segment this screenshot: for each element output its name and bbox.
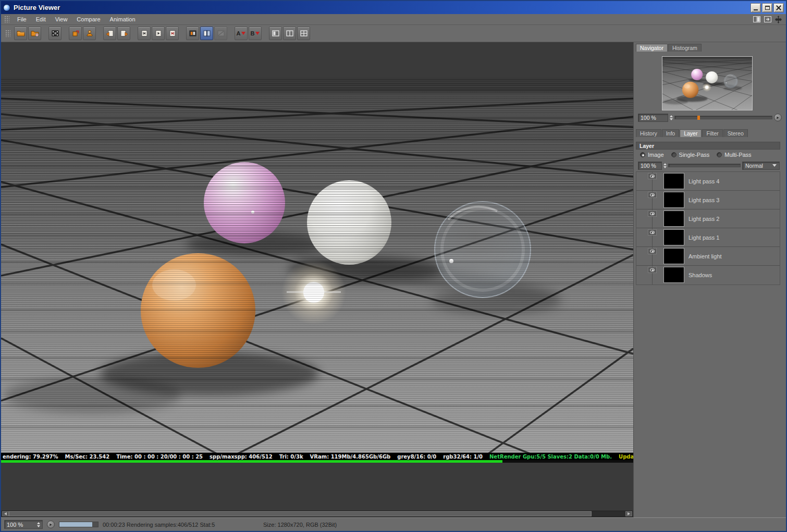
- toolbar-grip[interactable]: [5, 30, 10, 37]
- set-image-b-button[interactable]: B: [249, 27, 262, 40]
- title-bar[interactable]: Picture Viewer: [1, 1, 786, 14]
- radio-image[interactable]: [640, 152, 645, 157]
- zoom-select[interactable]: 100 %: [4, 520, 43, 529]
- layer-opacity-slider[interactable]: [668, 164, 741, 167]
- move-panel-button[interactable]: [774, 16, 783, 23]
- layout-split-button[interactable]: [283, 27, 296, 40]
- status-tri: Tri: 0/3k: [279, 454, 303, 460]
- save-button[interactable]: [28, 27, 41, 40]
- render-canvas[interactable]: [1, 78, 633, 453]
- previous-image-button[interactable]: [103, 27, 116, 40]
- right-panel: Navigator Histogram 100 % History Info L…: [633, 42, 786, 517]
- compare-off-button[interactable]: [214, 27, 227, 40]
- split-panes-button[interactable]: [752, 16, 761, 23]
- menu-edit[interactable]: Edit: [31, 15, 51, 23]
- navigator-zoom-field[interactable]: 100 %: [638, 114, 668, 122]
- eye-icon: [650, 193, 655, 196]
- visibility-toggle[interactable]: [648, 267, 657, 273]
- layer-row[interactable]: Shadows: [636, 266, 780, 284]
- eye-icon: [650, 212, 655, 215]
- menu-animation[interactable]: Animation: [105, 15, 140, 23]
- main-area: endering: 79.297% Ms/Sec: 23.542 Time: 0…: [1, 42, 786, 517]
- navigator-zoom-slider[interactable]: [674, 116, 772, 119]
- maximize-icon: [765, 6, 770, 10]
- arrow-left-icon: [4, 512, 7, 515]
- layout-single-button[interactable]: [269, 27, 282, 40]
- radio-single-pass[interactable]: [671, 152, 677, 157]
- blend-mode-dropdown[interactable]: Normal: [742, 162, 780, 170]
- layer-label: Light pass 2: [688, 216, 719, 222]
- mode-multi-pass-label: Multi-Pass: [724, 152, 751, 158]
- layer-label: Light pass 4: [688, 178, 719, 184]
- maximize-button[interactable]: [762, 3, 772, 13]
- layer-opacity-stepper[interactable]: [663, 163, 667, 168]
- tab-histogram[interactable]: Histogram: [668, 44, 702, 52]
- zoom-stepper[interactable]: [37, 522, 40, 527]
- visibility-toggle[interactable]: [648, 229, 657, 236]
- layer-opacity-field[interactable]: 100 %: [638, 162, 662, 170]
- layer-row[interactable]: Light pass 1: [636, 228, 780, 247]
- layer-label: Ambient light: [688, 253, 722, 259]
- menu-grip[interactable]: [4, 16, 9, 23]
- mode-image[interactable]: Image: [640, 152, 664, 158]
- menu-file[interactable]: File: [13, 15, 31, 23]
- status-rgb: rgb32/64: 1/0: [443, 454, 483, 460]
- scroll-left-button[interactable]: [2, 511, 9, 516]
- status-vram: VRam: 119Mb/4.865Gb/6Gb: [310, 454, 391, 460]
- scroll-right-button[interactable]: [625, 511, 632, 516]
- navigator-zoom-stepper[interactable]: [670, 115, 673, 120]
- horizontal-scrollbar[interactable]: [2, 511, 633, 517]
- ram-player-button[interactable]: [48, 27, 62, 40]
- fullscreen-button[interactable]: [83, 27, 96, 40]
- layer-row[interactable]: Light pass 2: [636, 209, 780, 228]
- mode-multi-pass[interactable]: Multi-Pass: [717, 152, 751, 158]
- play-icon: [50, 523, 52, 526]
- scrollbar-thumb[interactable]: [9, 511, 592, 516]
- minimize-button[interactable]: [751, 3, 761, 13]
- render-time-text: 00:00:23 Rendering samples:406/512 Stat:…: [103, 522, 215, 528]
- compare-split-button[interactable]: [200, 27, 213, 40]
- playback-button[interactable]: [47, 521, 55, 528]
- visibility-toggle[interactable]: [648, 192, 657, 198]
- page-first-icon: [140, 29, 149, 38]
- navigator-thumbnail[interactable]: [662, 56, 753, 110]
- tab-filter[interactable]: Filter: [702, 129, 722, 137]
- last-frame-button[interactable]: [166, 27, 179, 40]
- layer-row[interactable]: Ambient light: [636, 247, 780, 266]
- play-images-button[interactable]: [152, 27, 165, 40]
- menu-compare[interactable]: Compare: [72, 15, 105, 23]
- close-button[interactable]: [773, 3, 784, 13]
- set-image-a-button[interactable]: A: [235, 27, 248, 40]
- open-button[interactable]: [14, 27, 27, 40]
- compare-split-icon: [203, 29, 211, 38]
- play-icon: [777, 116, 779, 119]
- visibility-toggle[interactable]: [648, 173, 657, 179]
- layer-row[interactable]: Light pass 4: [636, 172, 780, 191]
- toolbar: A B: [1, 25, 786, 42]
- tab-stereo[interactable]: Stereo: [723, 129, 748, 137]
- slider-marker[interactable]: [697, 116, 700, 120]
- status-updated: Updated:2 Updating:2: [619, 454, 633, 460]
- tab-layer[interactable]: Layer: [680, 129, 702, 137]
- layer-thumbnail: [663, 192, 684, 208]
- letter-a-label: A: [237, 30, 241, 36]
- tab-history[interactable]: History: [636, 129, 661, 137]
- layout-quad-icon: [300, 29, 308, 38]
- visibility-toggle[interactable]: [648, 211, 657, 217]
- mode-single-pass[interactable]: Single-Pass: [671, 152, 710, 158]
- next-image-button[interactable]: [117, 27, 130, 40]
- visibility-toggle[interactable]: [648, 248, 657, 254]
- compare-ab-button[interactable]: [186, 27, 199, 40]
- panes-icon: [753, 16, 760, 22]
- layer-row[interactable]: Light pass 3: [636, 191, 780, 209]
- scrollbar-track[interactable]: [9, 511, 625, 516]
- first-frame-button[interactable]: [138, 27, 151, 40]
- tab-info[interactable]: Info: [662, 129, 680, 137]
- convert-image-button[interactable]: [69, 27, 82, 40]
- navigator-play-button[interactable]: [774, 114, 782, 121]
- radio-multi-pass[interactable]: [717, 152, 722, 157]
- layout-quad-button[interactable]: [297, 27, 310, 40]
- tab-navigator[interactable]: Navigator: [636, 44, 668, 52]
- menu-view[interactable]: View: [51, 15, 72, 23]
- expand-pane-button[interactable]: [763, 16, 772, 23]
